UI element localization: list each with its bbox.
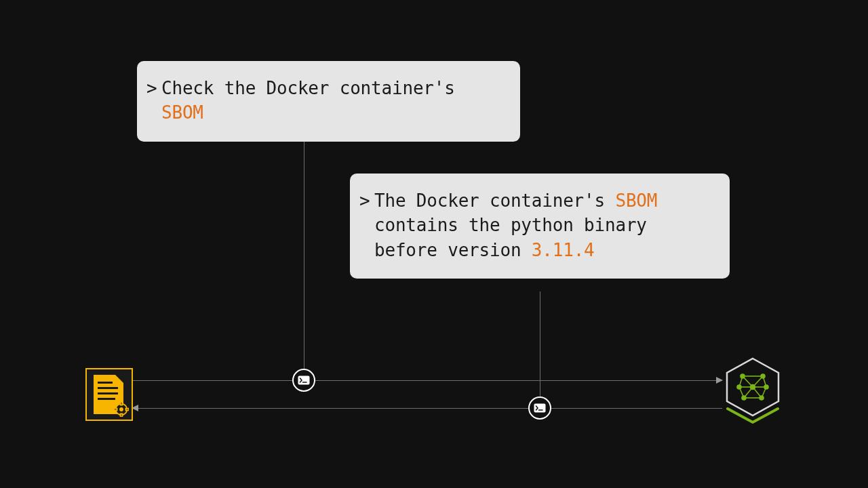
svg-point-24 — [741, 374, 745, 378]
card-response-sbom: SBOM — [615, 190, 657, 211]
svg-point-28 — [742, 396, 746, 400]
hexagon-icon — [722, 356, 783, 424]
svg-point-27 — [764, 385, 768, 389]
svg-point-26 — [737, 385, 741, 389]
connector-top-card — [304, 139, 304, 380]
arrow-query — [132, 380, 722, 381]
card-response: The Docker container's SBOM contains the… — [350, 174, 730, 279]
svg-rect-6 — [121, 413, 123, 417]
connector-mid-card — [540, 291, 540, 408]
svg-rect-2 — [534, 404, 546, 413]
document-gear-icon — [85, 368, 133, 421]
svg-rect-0 — [298, 376, 310, 385]
card-response-version: 3.11.4 — [532, 240, 595, 260]
card-response-seg1: The Docker container's — [374, 190, 615, 211]
brain-hexagon-icon — [722, 356, 783, 424]
terminal-icon — [298, 375, 310, 385]
terminal-badge-bottom — [528, 396, 551, 420]
terminal-badge-top — [292, 369, 315, 392]
svg-rect-7 — [114, 409, 117, 411]
arrow-response — [132, 408, 722, 409]
gear-icon — [114, 402, 129, 417]
card-response-seg2: contains the python binary before versio… — [374, 215, 647, 260]
svg-point-23 — [751, 385, 755, 390]
svg-rect-5 — [121, 402, 123, 405]
svg-rect-8 — [125, 409, 129, 411]
card-query: Check the Docker container's SBOM — [137, 61, 520, 142]
svg-point-9 — [119, 407, 123, 411]
svg-point-29 — [760, 396, 764, 400]
terminal-icon — [534, 403, 546, 413]
card-query-text-sbom: SBOM — [161, 102, 203, 123]
svg-point-25 — [761, 374, 765, 378]
card-query-text-pre: Check the Docker container's — [161, 78, 455, 98]
